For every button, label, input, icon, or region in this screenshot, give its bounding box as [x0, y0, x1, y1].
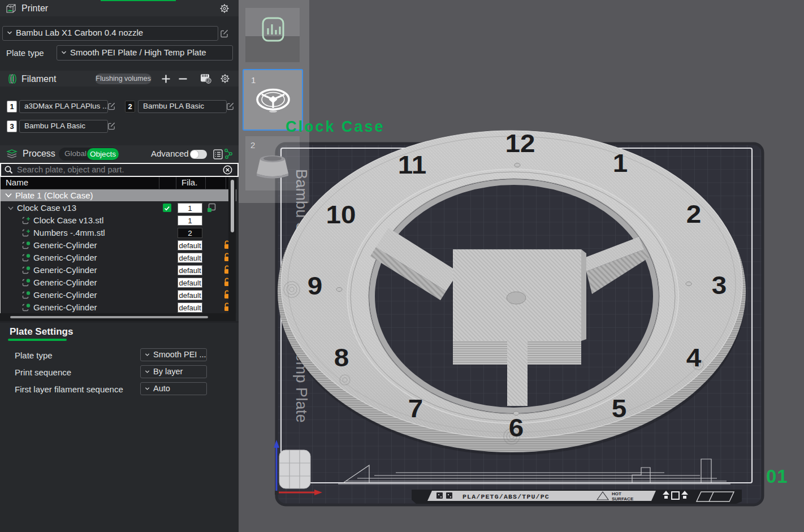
svg-text:6: 6: [509, 413, 524, 442]
svg-text:SURFACE: SURFACE: [612, 496, 634, 501]
svg-text:2: 2: [686, 200, 701, 228]
svg-text:HOT: HOT: [612, 491, 621, 496]
svg-text:11: 11: [398, 150, 426, 179]
svg-text:1: 1: [613, 149, 628, 177]
svg-text:9: 9: [308, 271, 322, 300]
svg-text:3: 3: [712, 271, 727, 299]
svg-text:10: 10: [326, 200, 356, 228]
svg-text:7: 7: [408, 394, 423, 422]
svg-text:5: 5: [612, 394, 626, 422]
svg-text:PLA/PETG/ABS/TPU/PC: PLA/PETG/ABS/TPU/PC: [462, 493, 550, 500]
svg-text:4: 4: [686, 343, 702, 371]
svg-text:8: 8: [334, 343, 349, 371]
svg-text:12: 12: [505, 129, 535, 157]
